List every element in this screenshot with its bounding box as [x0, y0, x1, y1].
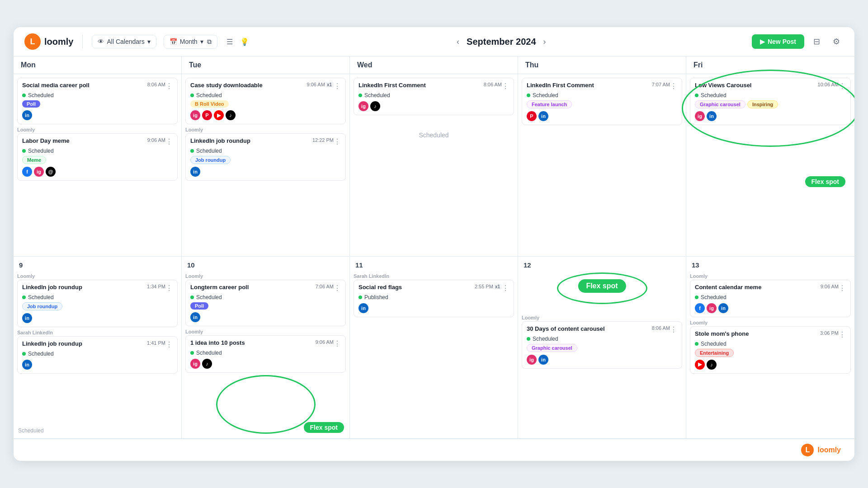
header: L loomly 👁 All Calendars ▾ 📅 Month ▾ ⧉ ☰… [14, 27, 854, 56]
day-header-tue: Tue [182, 56, 350, 74]
day-header-fri: Fri [686, 56, 854, 74]
status-dot [527, 337, 530, 341]
youtube-icon: ▶ [214, 110, 224, 120]
card-more-icon[interactable]: ⋮ [839, 284, 846, 292]
calendar-icon: 📅 [170, 38, 177, 45]
group-label-loomly: Loomly [185, 127, 346, 132]
bulb-view-button[interactable]: 💡 [238, 36, 251, 48]
linkedin-icon: in [190, 167, 200, 177]
card-linkedin-job-roundup-sarah[interactable]: LinkedIn job roundup 1:41 PM ⋮ Scheduled… [17, 336, 178, 374]
card-more-icon[interactable]: ⋮ [502, 284, 509, 292]
calendars-label: All Calendars [107, 38, 144, 45]
card-more-icon[interactable]: ⋮ [334, 284, 341, 292]
month-button[interactable]: 📅 Month ▾ ⧉ [164, 35, 217, 49]
linkedin-icon: in [538, 111, 548, 121]
group-label-sarah: Sarah LinkedIn [354, 273, 514, 279]
cell-tue-2: 10 Loomly Longterm career poll 7:06 AM ⋮… [182, 257, 350, 439]
card-more-icon[interactable]: ⋮ [165, 284, 173, 292]
prev-month-button[interactable]: ‹ [453, 35, 463, 48]
next-month-button[interactable]: › [540, 35, 550, 48]
tag-meme: Meme [22, 156, 46, 164]
card-linkedin-first-comment-wed[interactable]: LinkedIn First Comment 8:06 AM ⋮ Schedul… [354, 78, 514, 115]
card-more-icon[interactable]: ⋮ [334, 339, 341, 348]
filter-button[interactable]: ⊟ [810, 35, 824, 48]
header-divider [82, 35, 83, 48]
card-more-icon[interactable]: ⋮ [670, 82, 677, 90]
cell-fri-2: 13 Loomly Content calendar meme 9:06 AM … [686, 257, 854, 439]
footer-logo-icon: L [801, 444, 814, 456]
card-labor-day-meme[interactable]: Labor Day meme 9:06 AM ⋮ Scheduled Meme … [17, 133, 178, 181]
chevron-down-icon: ▾ [147, 38, 151, 45]
cell-thu-2: 12 Flex spot Loomly 30 Days of content c… [518, 257, 686, 439]
status-dot [190, 296, 194, 299]
threads-icon: @ [46, 167, 56, 177]
cell-wed-2: 11 Sarah LinkedIn Social red flags 2:55 … [350, 257, 518, 439]
card-case-study[interactable]: Case study downloadable 9:06 AM x1 ⋮ Sch… [185, 78, 346, 124]
cell-fri-1: Flex spot Low Views Carousel 10:06 AM ⋮ … [686, 74, 854, 256]
card-1-idea-10-posts[interactable]: 1 idea into 10 posts 9:06 AM ⋮ Scheduled… [185, 335, 346, 373]
instagram-icon: ig [34, 167, 44, 177]
status-dot [22, 94, 26, 97]
cell-date-11: 11 [354, 260, 514, 270]
new-post-button[interactable]: ▶ New Post [752, 34, 804, 49]
app-container: L loomly 👁 All Calendars ▾ 📅 Month ▾ ⧉ ☰… [14, 27, 854, 461]
card-linkedin-job-roundup-9[interactable]: LinkedIn job roundup 1:34 PM ⋮ Scheduled… [17, 280, 178, 327]
nav-title: September 2024 [467, 37, 536, 47]
month-label: Month [180, 38, 198, 45]
flex-spot-label-tue-bottom: Flex spot [304, 422, 344, 433]
status-dot [359, 296, 362, 299]
instagram-icon: ig [695, 111, 705, 121]
list-view-button[interactable]: ☰ [225, 36, 235, 48]
card-low-views-carousel[interactable]: Low Views Carousel 10:06 AM ⋮ Scheduled … [690, 78, 851, 125]
card-more-icon[interactable]: ⋮ [670, 325, 677, 334]
instagram-icon: ig [190, 110, 200, 120]
facebook-icon: f [695, 303, 705, 313]
card-linkedin-job-roundup-tue[interactable]: LinkedIn job roundup 12:22 PM ⋮ Schedule… [185, 133, 346, 181]
status-dot [359, 94, 362, 97]
nav-controls: ‹ September 2024 › [453, 35, 549, 48]
cell-mon-1: Social media career poll 8:06 AM ⋮ Sched… [14, 74, 182, 256]
cell-date-9: 9 [17, 260, 178, 270]
tag-poll: Poll [190, 302, 208, 310]
header-actions: ▶ New Post ⊟ ⚙ [752, 34, 844, 49]
card-stole-moms-phone[interactable]: Stole mom's phone 3:06 PM ⋮ Scheduled En… [690, 326, 851, 374]
linkedin-icon: in [22, 360, 32, 370]
linkedin-icon: in [190, 312, 200, 322]
cell-wed-1: LinkedIn First Comment 8:06 AM ⋮ Schedul… [350, 74, 518, 256]
footer: L loomly [14, 439, 854, 461]
card-more-icon[interactable]: ⋮ [334, 82, 341, 90]
card-more-icon[interactable]: ⋮ [165, 340, 173, 349]
card-linkedin-first-comment-thu[interactable]: LinkedIn First Comment 7:07 AM ⋮ Schedul… [522, 78, 682, 125]
card-more-icon[interactable]: ⋮ [839, 330, 846, 339]
card-more-icon[interactable]: ⋮ [502, 82, 509, 90]
tiktok-icon: ♪ [707, 360, 717, 370]
group-label-loomly: Loomly [522, 315, 682, 320]
day-header-mon: Mon [14, 56, 182, 74]
card-30-days-content[interactable]: 30 Days of content carousel 8:06 AM ⋮ Sc… [522, 321, 682, 369]
calendars-button[interactable]: 👁 All Calendars ▾ [92, 35, 156, 48]
scheduled-placeholder: Scheduled [354, 118, 514, 152]
card-longterm-career-poll[interactable]: Longterm career poll 7:06 AM ⋮ Scheduled… [185, 280, 346, 326]
cell-date-10: 10 [185, 260, 346, 270]
status-dot [695, 342, 698, 346]
card-more-icon[interactable]: ⋮ [165, 137, 173, 146]
group-label-loomly: Loomly [17, 127, 178, 132]
card-social-media-career-poll[interactable]: Social media career poll 8:06 AM ⋮ Sched… [17, 78, 178, 124]
tag-graphic-carousel: Graphic carousel [527, 344, 577, 352]
status-dot [22, 149, 26, 153]
linkedin-icon: in [22, 313, 32, 323]
logo-icon: L [24, 33, 41, 50]
calendar-row-2: 9 Loomly LinkedIn job roundup 1:34 PM ⋮ … [14, 257, 854, 439]
group-label-loomly-2: Loomly [185, 329, 346, 334]
card-social-red-flags[interactable]: Social red flags 2:55 PM x1 ⋮ Published … [354, 280, 514, 317]
card-more-icon[interactable]: ⋮ [165, 82, 173, 90]
chevron-down-icon: ▾ [200, 38, 203, 45]
instagram-icon: ig [190, 359, 200, 369]
card-more-icon[interactable]: ⋮ [839, 82, 846, 90]
card-more-icon[interactable]: ⋮ [334, 137, 341, 146]
tiktok-icon: ♪ [202, 359, 212, 369]
pinterest-icon: P [527, 111, 537, 121]
logo-text: loomly [44, 37, 73, 47]
settings-button[interactable]: ⚙ [829, 35, 844, 48]
card-content-calendar-meme[interactable]: Content calendar meme 9:06 AM ⋮ Schedule… [690, 280, 851, 317]
